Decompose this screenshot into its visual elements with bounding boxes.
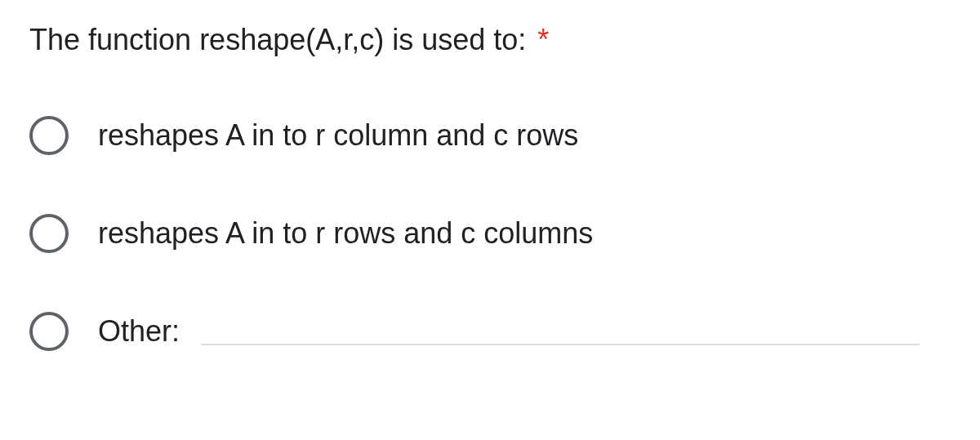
- option-label: reshapes A in to r rows and c columns: [98, 216, 593, 251]
- option-other-label: Other:: [98, 314, 180, 349]
- question-text: The function reshape(A,r,c) is used to:: [29, 23, 526, 56]
- option-row[interactable]: reshapes A in to r rows and c columns: [29, 214, 951, 253]
- options-container: reshapes A in to r column and c rows res…: [29, 116, 951, 351]
- option-other-row[interactable]: Other:: [29, 312, 951, 351]
- required-asterisk: *: [537, 23, 549, 56]
- other-input-underline[interactable]: [201, 344, 920, 345]
- option-label: reshapes A in to r column and c rows: [98, 118, 578, 153]
- other-wrapper: Other:: [98, 314, 951, 349]
- radio-icon[interactable]: [29, 312, 69, 351]
- radio-icon[interactable]: [29, 116, 69, 155]
- option-row[interactable]: reshapes A in to r column and c rows: [29, 116, 951, 155]
- question-title: The function reshape(A,r,c) is used to: …: [29, 23, 951, 57]
- radio-icon[interactable]: [29, 214, 69, 253]
